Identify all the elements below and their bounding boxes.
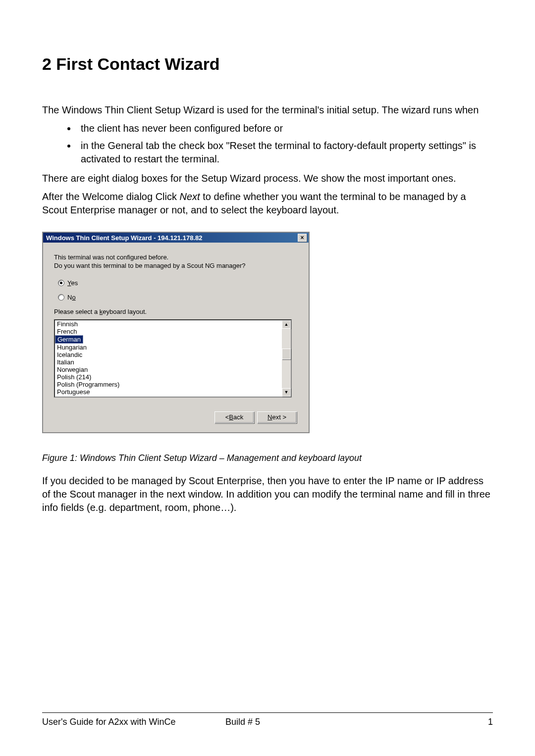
close-button[interactable]: × [298, 234, 307, 242]
radio-label: es [71, 279, 78, 287]
back-button[interactable]: < Back [214, 411, 254, 423]
radio-label: N [67, 294, 72, 301]
list-item[interactable]: Icelandic [55, 351, 282, 358]
list-item[interactable]: French [55, 328, 282, 335]
list-item[interactable]: Hungarian [55, 344, 282, 351]
intro-paragraph: The Windows Thin Client Setup Wizard is … [42, 103, 493, 117]
mnemonic: o [72, 294, 75, 301]
footer-page-number: 1 [488, 717, 493, 727]
list-item[interactable]: Polish (214) [55, 373, 282, 381]
list-item[interactable]: Italian [55, 358, 282, 366]
radio-no[interactable]: No [58, 294, 298, 301]
intro-bullet-list: the client has never been configured bef… [42, 122, 493, 166]
list-item[interactable]: Portuguese [55, 388, 282, 396]
list-item[interactable]: Norwegian [55, 366, 282, 373]
section-heading: 2 First Contact Wizard [42, 54, 493, 74]
text-run: After the Welcome dialog Click [42, 191, 180, 202]
footer-center: Build # 5 [225, 717, 488, 727]
paragraph: There are eight dialog boxes for the Set… [42, 172, 493, 185]
radio-icon [58, 280, 64, 286]
titlebar: Windows Thin Client Setup Wizard - 194.1… [43, 233, 309, 243]
scroll-down-icon[interactable]: ▼ [282, 388, 291, 397]
scrollbar[interactable]: ▲ ▼ [282, 320, 291, 397]
next-button[interactable]: Next > [257, 411, 297, 423]
wizard-dialog: Windows Thin Client Setup Wizard - 194.1… [42, 232, 310, 433]
keyboard-listbox[interactable]: Finnish French German Hungarian Icelandi… [54, 319, 292, 398]
radio-icon [58, 294, 64, 301]
scroll-up-icon[interactable]: ▲ [282, 320, 291, 329]
bullet-item: the client has never been configured bef… [77, 122, 493, 135]
wizard-line2: Do you want this terminal to be managed … [54, 262, 298, 270]
scroll-track[interactable] [282, 329, 291, 388]
figure-caption: Figure 1: Windows Thin Client Setup Wiza… [42, 453, 493, 463]
wizard-line1: This terminal was not configured before. [54, 253, 298, 262]
bullet-item: in the General tab the check box "Reset … [77, 139, 493, 166]
radio-yes[interactable]: Yes [58, 279, 298, 287]
paragraph: After the Welcome dialog Click Next to d… [42, 190, 493, 217]
list-item[interactable]: Polish (Programmers) [55, 381, 282, 388]
page-footer: User's Guide for A2xx with WinCe Build #… [42, 712, 493, 727]
mnemonic: N [268, 413, 272, 421]
footer-rule [42, 712, 493, 713]
window-title: Windows Thin Client Setup Wizard - 194.1… [46, 234, 202, 242]
list-item-selected[interactable]: German [55, 335, 83, 344]
mnemonic: B [229, 413, 233, 421]
paragraph: If you decided to be managed by Scout En… [42, 474, 493, 514]
scroll-thumb[interactable] [282, 349, 291, 359]
close-icon: × [300, 235, 304, 241]
keyboard-prompt: Please select a keyboard layout. [54, 308, 298, 316]
footer-left: User's Guide for A2xx with WinCe [42, 717, 225, 727]
italic-run: Next [180, 191, 200, 202]
list-item[interactable]: Finnish [55, 320, 282, 328]
